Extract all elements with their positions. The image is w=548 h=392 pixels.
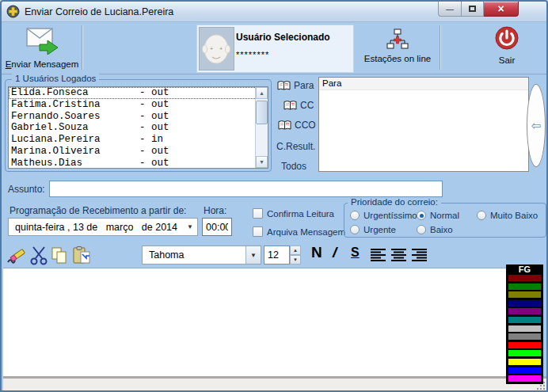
palette-header: FG	[506, 265, 543, 275]
close-button[interactable]: ×	[484, 2, 519, 17]
subject-label: Assunto:	[8, 184, 45, 195]
selected-user-panel: + + Usuário Selecionado ********	[196, 25, 354, 73]
left-arrow-icon: ⇦	[531, 119, 542, 133]
minimize-button[interactable]: —	[438, 2, 462, 17]
priority-radio-urgentissimo[interactable]: Urgentíssimo	[350, 211, 417, 220]
close-icon: ×	[497, 2, 504, 15]
recipients-list-header: Para	[319, 78, 528, 90]
cresult-label: C.Result.	[276, 141, 315, 152]
copy-icon[interactable]	[51, 247, 68, 265]
date-combobox[interactable]: quinta-feira , 13 de março de 2014 ▼	[8, 218, 198, 236]
subject-input[interactable]	[49, 181, 443, 197]
selected-user-value: ********	[236, 50, 353, 59]
spin-up-button[interactable]: ▲	[290, 245, 301, 255]
app-icon	[6, 5, 20, 18]
color-swatch[interactable]	[508, 375, 541, 382]
priority-radio-normal[interactable]: Normal	[417, 211, 459, 220]
checkbox-icon	[253, 226, 263, 237]
color-swatch[interactable]	[508, 291, 541, 298]
svg-text:+: +	[219, 46, 223, 51]
cut-icon[interactable]	[29, 245, 48, 265]
envelope-icon	[24, 26, 60, 55]
priority-radio-urgente[interactable]: Urgente	[350, 225, 396, 234]
exit-label: Sair	[467, 55, 546, 65]
user-list-item[interactable]: Elida.Fonseca- out	[9, 87, 268, 99]
radio-icon	[477, 211, 486, 220]
address-book-icon	[278, 120, 291, 131]
priority-radio-baixo[interactable]: Baixo	[417, 225, 453, 234]
send-message-button[interactable]: Enviar Mensagem	[3, 24, 81, 73]
network-icon	[386, 29, 409, 49]
user-list-item[interactable]: Gabriel.Souza- out	[9, 122, 268, 134]
color-swatch[interactable]	[508, 317, 541, 323]
color-swatch[interactable]	[508, 284, 541, 290]
archive-message-checkbox[interactable]: Arquiva Mensagem	[253, 226, 345, 237]
scroll-up-button[interactable]: ▲	[256, 87, 268, 99]
spin-down-button[interactable]: ▼	[290, 255, 301, 265]
time-input[interactable]	[202, 218, 232, 236]
color-swatch[interactable]	[508, 308, 541, 314]
format-toolbar: Tahoma ▼ ▲ ▼ N / S	[2, 241, 546, 268]
para-label: Para	[294, 80, 314, 91]
highlighter-icon[interactable]	[6, 246, 28, 265]
color-swatch[interactable]	[508, 342, 541, 348]
user-list-item[interactable]: Fernando.Soares- out	[9, 111, 268, 123]
color-swatch[interactable]	[508, 367, 541, 374]
exit-button[interactable]: Sair	[467, 24, 546, 73]
logged-users-list[interactable]: Elida.Fonseca- out Fatima.Cristina- out …	[8, 86, 268, 169]
toolbar-separator	[440, 25, 440, 70]
confirm-read-checkbox[interactable]: Confirma Leitura	[253, 208, 334, 219]
color-swatch[interactable]	[508, 350, 541, 356]
color-swatch[interactable]	[508, 300, 541, 306]
send-message-label: Enviar Mensagem	[3, 59, 81, 69]
paste-icon[interactable]	[73, 246, 93, 265]
stations-online-button[interactable]: Estações on line	[356, 24, 439, 73]
user-list-item[interactable]: Marina.Oliveira- out	[9, 146, 268, 158]
font-family-combobox[interactable]: Tahoma ▼	[142, 245, 261, 265]
maximize-button[interactable]	[462, 2, 484, 17]
svg-text:+: +	[210, 46, 213, 51]
scroll-thumb[interactable]	[256, 101, 268, 124]
font-size-input[interactable]	[264, 245, 290, 265]
minimize-icon: —	[446, 5, 454, 13]
checkbox-icon	[253, 208, 263, 219]
todos-button[interactable]: Todos	[281, 161, 306, 172]
address-book-icon	[277, 80, 291, 91]
selected-user-title: Usuário Selecionado	[236, 32, 353, 43]
todos-label: Todos	[281, 161, 306, 172]
dropdown-arrow-icon: ▼	[183, 223, 197, 230]
align-center-icon[interactable]	[391, 248, 407, 261]
user-list-item[interactable]: Matheus.Dias- out	[9, 158, 268, 169]
user-avatar: + +	[199, 27, 234, 70]
color-swatch[interactable]	[508, 333, 541, 340]
message-body-editor[interactable]	[3, 268, 543, 376]
scroll-down-button[interactable]: ▼	[256, 156, 268, 168]
cc-button[interactable]: CC	[284, 100, 314, 111]
italic-button[interactable]: /	[333, 244, 337, 261]
para-button[interactable]: Para	[277, 80, 314, 91]
cresult-button[interactable]: C.Result.	[276, 141, 315, 152]
dropdown-arrow-icon: ▼	[245, 246, 261, 264]
font-size-spinner: ▲ ▼	[290, 245, 301, 265]
align-left-icon[interactable]	[371, 248, 386, 261]
collapse-panel-button[interactable]: ⇦	[527, 84, 546, 167]
app-window: Enviar Correio de Luciana.Pereira — × En…	[0, 0, 548, 392]
main-toolbar: Enviar Mensagem + + Usuário Selecionado …	[2, 22, 546, 74]
user-list-item[interactable]: Fatima.Cristina- out	[9, 99, 268, 111]
underline-button[interactable]: S	[351, 245, 360, 260]
align-right-icon[interactable]	[412, 248, 428, 261]
maximize-icon	[469, 6, 476, 12]
color-swatch[interactable]	[508, 275, 541, 281]
color-palette: FG	[506, 265, 543, 384]
user-list-scrollbar[interactable]: ▲ ▼	[255, 87, 268, 168]
color-swatch[interactable]	[508, 325, 541, 332]
color-swatch[interactable]	[508, 359, 541, 365]
bold-button[interactable]: N	[311, 244, 322, 261]
toolbar-separator	[82, 25, 82, 70]
power-icon	[494, 25, 519, 51]
priority-radio-muito-baixo[interactable]: Muito Baixo	[477, 211, 538, 220]
address-book-icon	[284, 100, 297, 111]
recipients-list[interactable]: Para	[318, 77, 529, 172]
user-list-item[interactable]: Luciana.Pereira- in	[9, 134, 268, 146]
cco-button[interactable]: CCO	[278, 120, 316, 131]
